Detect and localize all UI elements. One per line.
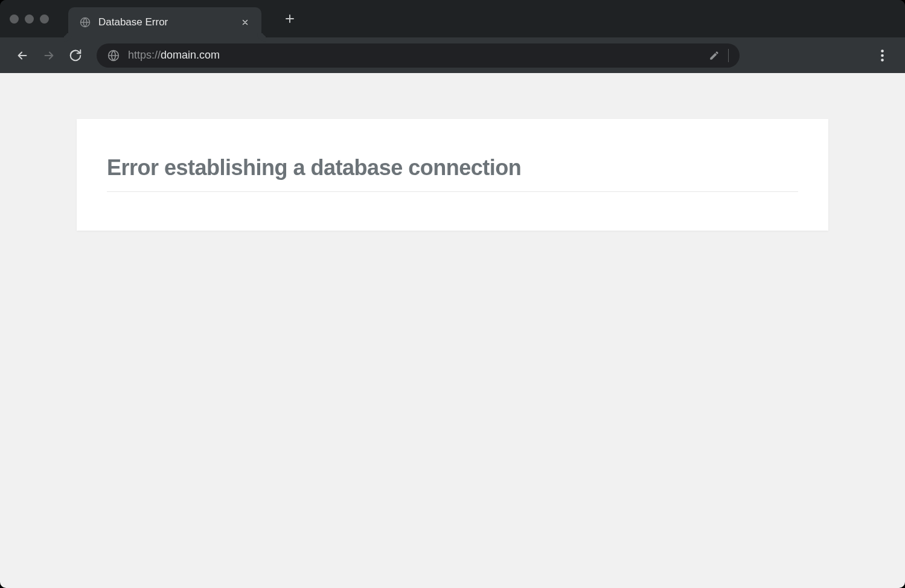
globe-icon — [79, 16, 91, 28]
back-button[interactable] — [11, 44, 34, 67]
address-bar[interactable]: https://domain.com — [97, 43, 740, 68]
svg-point-4 — [881, 59, 884, 62]
url-domain: domain.com — [161, 49, 220, 62]
close-tab-button[interactable] — [240, 17, 251, 28]
tab-bar: Database Error — [0, 0, 905, 37]
toolbar: https://domain.com — [0, 37, 905, 73]
error-card: Error establishing a database connection — [77, 119, 828, 231]
tab-title: Database Error — [98, 16, 232, 28]
reload-button[interactable] — [64, 44, 87, 67]
divider — [728, 49, 729, 62]
edit-icon[interactable] — [709, 50, 720, 61]
svg-point-3 — [881, 54, 884, 57]
window-controls — [10, 14, 49, 24]
browser-menu-button[interactable] — [870, 43, 894, 68]
url-protocol: https:// — [128, 49, 161, 62]
svg-point-2 — [881, 50, 884, 53]
page-content: Error establishing a database connection — [0, 73, 905, 588]
forward-button[interactable] — [37, 44, 60, 67]
window-minimize-button[interactable] — [25, 14, 34, 24]
error-heading: Error establishing a database connection — [107, 155, 798, 192]
url-text[interactable]: https://domain.com — [128, 49, 700, 62]
browser-tab[interactable]: Database Error — [68, 7, 261, 37]
address-bar-actions — [709, 49, 729, 62]
site-info-icon[interactable] — [107, 50, 120, 62]
new-tab-button[interactable] — [280, 8, 300, 29]
window-close-button[interactable] — [10, 14, 19, 24]
window-maximize-button[interactable] — [40, 14, 49, 24]
browser-window: Database Error — [0, 0, 905, 588]
